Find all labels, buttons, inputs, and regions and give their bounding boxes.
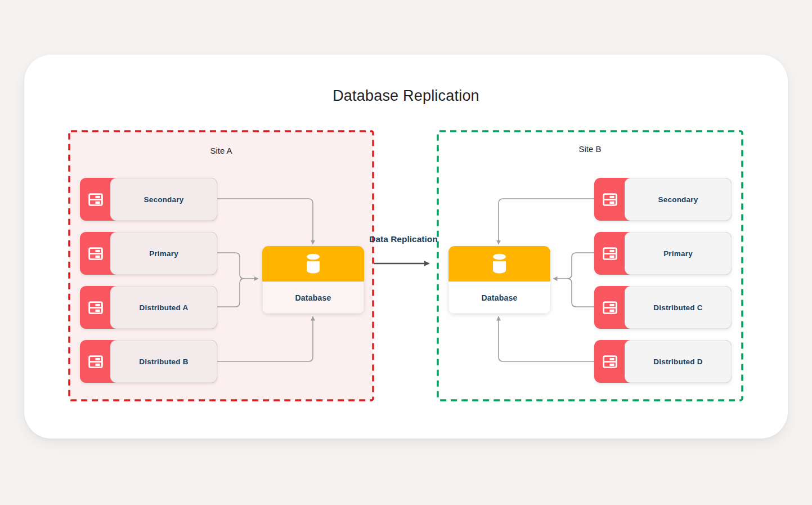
database-label: Database xyxy=(295,293,331,302)
node-label: Distributed B xyxy=(139,357,188,366)
server-icon xyxy=(594,286,625,329)
node-site-b-distributed-c: Distributed C xyxy=(594,286,732,329)
node-label: Secondary xyxy=(658,195,698,204)
node-label: Primary xyxy=(149,249,178,258)
node-label: Distributed A xyxy=(140,303,189,312)
server-icon xyxy=(80,340,111,383)
diagram-canvas: Database Replication xyxy=(0,0,812,505)
node-site-b-distributed-d: Distributed D xyxy=(594,340,732,383)
site-a-title: Site A xyxy=(69,146,374,155)
node-site-a-primary: Primary xyxy=(80,232,217,275)
server-icon xyxy=(80,232,111,275)
server-icon xyxy=(80,178,111,221)
server-icon xyxy=(594,340,625,383)
node-label: Primary xyxy=(663,249,693,258)
node-site-a-distributed-b: Distributed B xyxy=(80,340,217,383)
database-node-site-b: Database xyxy=(448,246,550,314)
node-label: Distributed D xyxy=(653,357,702,366)
node-site-a-secondary: Secondary xyxy=(80,178,217,221)
database-icon xyxy=(448,246,550,281)
node-site-b-primary: Primary xyxy=(594,232,732,275)
data-replication-label: Data Replication xyxy=(366,233,441,245)
server-icon xyxy=(80,286,111,329)
site-b-title: Site B xyxy=(437,144,743,154)
database-label: Database xyxy=(482,293,518,302)
database-icon xyxy=(262,246,364,281)
server-icon xyxy=(594,178,625,221)
node-label: Secondary xyxy=(144,195,184,204)
server-icon xyxy=(594,232,625,275)
node-site-b-secondary: Secondary xyxy=(594,178,732,221)
node-label: Distributed C xyxy=(653,303,702,312)
database-node-site-a: Database xyxy=(262,246,364,314)
node-site-a-distributed-a: Distributed A xyxy=(80,286,217,329)
